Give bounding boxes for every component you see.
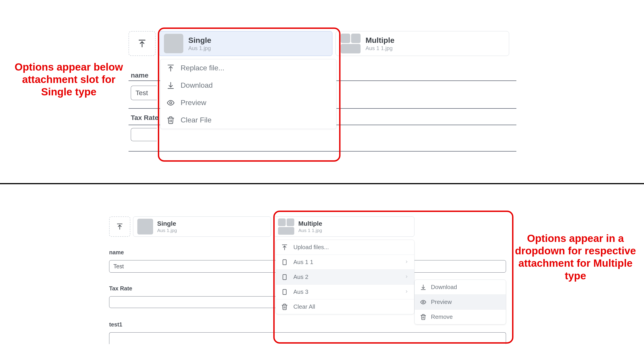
multiple-attachment-dropdown: Upload files... Aus 1 1 Aus 2 Aus 3 Clea… <box>276 240 414 314</box>
menu-label: Remove <box>431 314 453 320</box>
upload-button[interactable] <box>128 31 156 56</box>
menu-label: Upload files... <box>293 244 329 251</box>
field-label-tax-rate: Tax Rate <box>109 285 132 292</box>
upload-icon <box>138 39 146 48</box>
section-divider <box>0 183 644 184</box>
annotation-single-type: Options appear below attachment slot for… <box>9 61 128 98</box>
menu-file-item-aus2[interactable]: Aus 2 <box>276 270 414 284</box>
field-label-name: name <box>131 72 148 79</box>
slot-title: Multiple <box>366 36 394 45</box>
field-label-name: name <box>109 249 124 256</box>
eye-icon <box>167 99 175 107</box>
svg-point-20 <box>422 301 424 303</box>
menu-label: Preview <box>431 298 452 306</box>
name-input[interactable]: Test <box>131 86 157 100</box>
menu-clear-file[interactable]: Clear File <box>160 112 336 129</box>
menu-label: Download <box>431 284 457 291</box>
submenu-remove[interactable]: Remove <box>415 309 506 324</box>
svg-point-6 <box>170 102 172 104</box>
menu-label: Download <box>180 81 213 90</box>
single-attachment-dropdown: Replace file... Download Preview Clear F… <box>160 59 336 129</box>
field-label-tax-rate: Tax Rate <box>131 114 158 122</box>
tax-rate-input[interactable] <box>131 128 157 141</box>
slot-subtitle: Aus 1 1.jpg <box>298 228 322 233</box>
menu-file-item-aus3[interactable]: Aus 3 <box>276 284 414 299</box>
chevron-right-icon <box>404 274 409 280</box>
file-icon <box>281 288 288 295</box>
bg-line <box>128 151 516 152</box>
attachment-slot-single[interactable]: Single Aus 1.jpg <box>133 216 271 237</box>
slot-title: Multiple <box>298 220 322 227</box>
annotation-multiple-type: Options appear in a dropdown for respect… <box>514 232 636 282</box>
menu-preview[interactable]: Preview <box>160 94 336 112</box>
svg-rect-15 <box>283 289 286 294</box>
slot-subtitle: Aus 1.jpg <box>188 45 211 52</box>
svg-rect-14 <box>283 274 286 280</box>
menu-clear-all[interactable]: Clear All <box>276 299 414 314</box>
slot-title: Single <box>188 36 211 45</box>
slot-title: Single <box>157 220 177 227</box>
trash-icon <box>281 304 288 310</box>
field-label-test1: test1 <box>109 321 122 328</box>
download-icon <box>167 82 175 90</box>
menu-label: Clear All <box>293 303 315 310</box>
file-submenu: Download Preview Remove <box>414 280 506 324</box>
menu-label: Replace file... <box>180 64 224 72</box>
upload-button[interactable] <box>109 216 130 237</box>
upload-icon <box>116 223 123 230</box>
attachment-slot-multiple[interactable]: Multiple Aus 1 1.jpg <box>274 216 414 237</box>
menu-label: Aus 3 <box>293 288 308 295</box>
upload-icon <box>281 244 288 251</box>
eye-icon <box>420 299 426 305</box>
menu-label: Preview <box>180 98 206 107</box>
slot-subtitle: Aus 1 1.jpg <box>366 45 394 52</box>
file-icon <box>281 274 288 280</box>
thumbnail <box>137 219 153 234</box>
attachment-slot-multiple[interactable]: Multiple Aus 1 1.jpg <box>336 31 509 56</box>
test1-input[interactable] <box>109 332 506 344</box>
submenu-preview[interactable]: Preview <box>415 294 506 309</box>
thumbnail-grid <box>341 34 360 54</box>
slot-subtitle: Aus 1.jpg <box>157 228 177 233</box>
menu-label: Aus 2 <box>293 274 308 280</box>
trash-icon <box>167 116 175 124</box>
svg-rect-13 <box>283 260 286 265</box>
menu-label: Aus 1 1 <box>293 258 313 266</box>
menu-download[interactable]: Download <box>160 77 336 94</box>
thumbnail-grid <box>278 218 294 235</box>
chevron-right-icon <box>404 258 409 266</box>
menu-label: Clear File <box>180 116 212 124</box>
thumbnail <box>164 34 183 53</box>
download-icon <box>420 284 426 290</box>
submenu-download[interactable]: Download <box>415 280 506 294</box>
file-icon <box>281 259 288 266</box>
attachment-slot-single[interactable]: Single Aus 1.jpg <box>159 31 332 56</box>
upload-icon <box>167 64 175 72</box>
chevron-right-icon <box>404 288 409 295</box>
menu-upload-files[interactable]: Upload files... <box>276 240 414 254</box>
trash-icon <box>420 314 426 320</box>
menu-replace-file[interactable]: Replace file... <box>160 59 336 77</box>
menu-file-item-aus11[interactable]: Aus 1 1 <box>276 254 414 270</box>
